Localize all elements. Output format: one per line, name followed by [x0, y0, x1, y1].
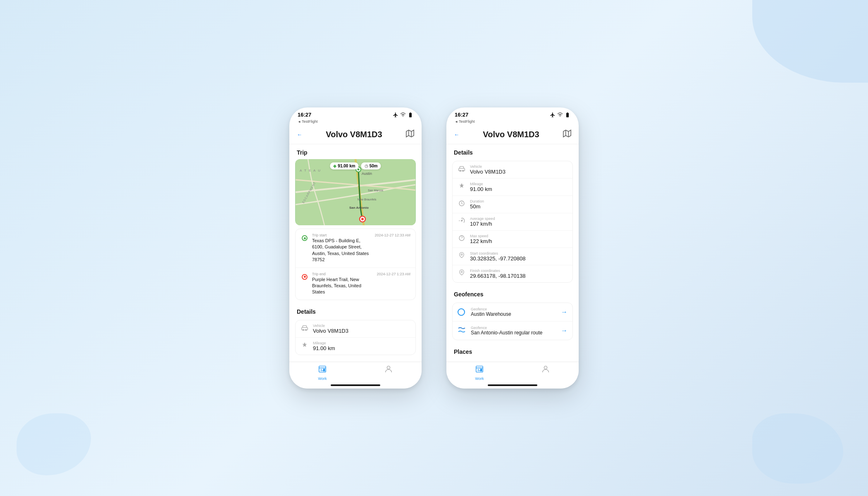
- status-bar-2: 16:27: [446, 107, 579, 119]
- details-card-2: Vehicle Volvo V8M1D3 Mileage 91.00 km: [452, 161, 573, 283]
- svg-marker-0: [406, 130, 414, 137]
- status-icons-2: [550, 112, 570, 118]
- d2-start-coords-row: Start coordinates 30.328325, -97.720808: [453, 248, 572, 265]
- phone-1: 16:27 TestFlight Volvo V8M1D3 Trip: [289, 107, 422, 389]
- details-section-title-2: Details: [446, 144, 579, 159]
- airplane-icon: [393, 112, 398, 118]
- svg-rect-14: [302, 327, 308, 330]
- testflight-bar-2: TestFlight: [446, 119, 579, 126]
- phone-content-1: Trip: [289, 144, 422, 389]
- tab-work-1[interactable]: Work: [289, 365, 355, 381]
- details-card-1: Vehicle Volvo V8M1D3 Mileage 91.00 km: [295, 320, 416, 355]
- vehicle-icon: [300, 324, 309, 332]
- airplane-icon-2: [550, 112, 556, 118]
- places-section-title: Places: [446, 343, 579, 358]
- geofence-route-icon: [458, 326, 467, 335]
- svg-point-7: [361, 218, 364, 220]
- svg-point-39: [544, 366, 547, 369]
- d2-avg-speed-row: Average speed 107 km/h: [453, 213, 572, 230]
- d2-avg-speed-icon: [458, 217, 466, 225]
- work-icon-1: [318, 365, 327, 376]
- d2-max-speed-row: Max speed 122 km/h: [453, 230, 572, 248]
- status-time-1: 16:27: [298, 112, 311, 118]
- trip-card-1: Trip start Texas DPS - Building E, 6100,…: [295, 229, 416, 300]
- phone-2: 16:27 TestFlight Volvo V8M1D3 Details: [446, 107, 579, 389]
- status-icons-1: [393, 112, 413, 118]
- geofence-row-2[interactable]: Geofence San Antonio-Austin regular rout…: [453, 321, 572, 340]
- svg-point-32: [461, 254, 463, 255]
- d2-mileage-icon: [458, 183, 466, 190]
- tab-work-2[interactable]: Work: [446, 365, 513, 381]
- details-section-title-1: Details: [289, 303, 422, 318]
- trip-start-row: Trip start Texas DPS - Building E, 6100,…: [296, 229, 415, 267]
- d2-finish-coords-row: Finish coordinates 29.663178, -98.170138: [453, 265, 572, 282]
- vehicle-row: Vehicle Volvo V8M1D3: [296, 320, 415, 337]
- nav-bar-2: Volvo V8M1D3: [446, 126, 579, 144]
- home-indicator-1: [331, 384, 380, 386]
- svg-rect-38: [480, 369, 482, 371]
- svg-text:San Antonio: San Antonio: [349, 206, 369, 210]
- d2-vehicle-row: Vehicle Volvo V8M1D3: [453, 161, 572, 178]
- d2-duration-row: Duration 50m: [453, 196, 572, 213]
- d2-finish-coords-icon: [458, 269, 466, 277]
- trip-end-icon: [300, 273, 309, 281]
- trip-start-icon: [300, 234, 309, 242]
- geofence-circle-icon: [458, 308, 467, 316]
- profile-icon-1: [384, 365, 393, 376]
- tab-profile-2[interactable]: [513, 365, 579, 376]
- trip-start-info: Trip start Texas DPS - Building E, 6100,…: [312, 233, 371, 263]
- geofences-section-title: Geofences: [446, 286, 579, 301]
- testflight-bar-1: TestFlight: [289, 119, 422, 126]
- geofence-card: Geofence Austin Warehouse → Geofence: [452, 303, 573, 340]
- work-label-1: Work: [318, 377, 327, 381]
- map-badges-1: ◆ 91.00 km ◷ 50m: [330, 162, 381, 169]
- geofence-arrow-1[interactable]: →: [561, 308, 568, 316]
- status-bar-1: 16:27: [289, 107, 422, 119]
- d2-max-speed-icon: [458, 235, 466, 243]
- phone-content-2: Details Vehicle Volvo V8M1D3: [446, 144, 579, 389]
- nav-bar-1: Volvo V8M1D3: [289, 126, 422, 144]
- phones-container: 16:27 TestFlight Volvo V8M1D3 Trip: [289, 107, 579, 389]
- svg-text:A T E A U: A T E A U: [300, 169, 321, 172]
- geofence-arrow-2[interactable]: →: [561, 327, 568, 334]
- back-button-1[interactable]: [297, 131, 302, 138]
- d2-mileage-row: Mileage 91.00 km: [453, 178, 572, 196]
- mileage-row: Mileage 91.00 km: [296, 337, 415, 355]
- back-button-2[interactable]: [454, 131, 459, 138]
- mileage-icon: [300, 342, 309, 349]
- status-time-2: 16:27: [455, 112, 468, 118]
- map-icon-1[interactable]: [406, 129, 414, 140]
- battery-icon-2: [565, 112, 570, 118]
- svg-marker-23: [563, 130, 571, 137]
- wifi-icon-2: [557, 112, 563, 118]
- work-label-2: Work: [475, 377, 484, 381]
- svg-point-33: [461, 271, 463, 273]
- svg-point-22: [387, 366, 390, 369]
- deco-bottom-left: [17, 413, 91, 475]
- deco-top-right: [752, 0, 868, 83]
- duration-badge: ◷ 50m: [361, 162, 381, 169]
- svg-text:Austin: Austin: [362, 172, 372, 176]
- d2-vehicle-icon: [458, 165, 466, 173]
- battery-icon: [408, 112, 413, 118]
- work-icon-2: [475, 365, 484, 376]
- d2-duration-icon: [458, 200, 466, 208]
- map-container-1: Austin San Marcos New Braunfels San Anto…: [295, 159, 416, 225]
- geofence-row-1[interactable]: Geofence Austin Warehouse →: [453, 303, 572, 321]
- svg-text:New Braunfels: New Braunfels: [358, 198, 377, 201]
- page-title-2: Volvo V8M1D3: [483, 130, 539, 139]
- trip-section-title: Trip: [289, 144, 422, 159]
- tab-bar-2: Work: [446, 362, 579, 389]
- trip-end-info: Trip end Purple Heart Trail, New Braunfe…: [312, 272, 373, 296]
- svg-text:San Marcos: San Marcos: [368, 189, 384, 192]
- tab-bar-1: Work: [289, 362, 422, 389]
- trip-end-row: Trip end Purple Heart Trail, New Braunfe…: [296, 267, 415, 300]
- mileage-badge: ◆ 91.00 km: [330, 162, 358, 169]
- profile-icon-2: [541, 365, 550, 376]
- page-title-1: Volvo V8M1D3: [326, 130, 382, 139]
- map-icon-2[interactable]: [563, 129, 571, 140]
- svg-rect-26: [459, 168, 465, 171]
- svg-rect-21: [323, 369, 325, 371]
- d2-start-coords-icon: [458, 252, 466, 259]
- tab-profile-1[interactable]: [355, 365, 422, 376]
